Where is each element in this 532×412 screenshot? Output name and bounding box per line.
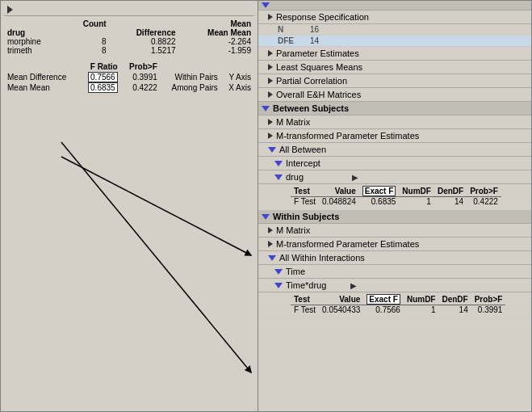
all-between-header[interactable]: All Between <box>258 143 531 157</box>
m-matrix-w-header[interactable]: M Matrix <box>258 224 531 238</box>
manova-expand-icon <box>262 2 270 8</box>
ws-expand-icon <box>262 214 270 220</box>
td-exactf: 0.7566 <box>363 305 404 315</box>
overall-eh-header[interactable]: Overall E&H Matrices <box>258 88 531 102</box>
mmb-expand-icon <box>268 119 273 125</box>
param-estimates-header[interactable]: Parameter Estimates <box>258 47 531 61</box>
col-mean: Mean <box>110 19 254 28</box>
within-cell: Among Pairs <box>161 82 221 93</box>
drug-value: 0.048824 <box>319 197 359 207</box>
across-groups-title-bar <box>4 4 254 16</box>
dt-col-dendf: DenDF <box>434 186 467 197</box>
response-spec-header[interactable]: Response Specification <box>258 11 531 24</box>
collapse-icon[interactable] <box>7 6 13 14</box>
dfe-label: DFE <box>278 36 310 45</box>
tdt-col-value: Value <box>319 294 363 305</box>
test-col-within <box>161 61 221 72</box>
td-arrow-label: ▶ <box>350 281 357 290</box>
within-cell: Within Pairs <box>161 72 221 82</box>
bs-label: Between Subjects <box>273 103 349 113</box>
partial-corr-header[interactable]: Partial Correlation <box>258 74 531 88</box>
prob-cell: 0.3991 <box>121 72 161 82</box>
m-matrix-b-header[interactable]: M Matrix <box>258 116 531 129</box>
dt-col-value: Value <box>319 186 359 197</box>
td-numdf: 1 <box>404 305 439 315</box>
within-subjects-header[interactable]: Within Subjects <box>258 210 531 224</box>
all-within-header[interactable]: All Within Interactions <box>258 251 531 265</box>
time-header[interactable]: Time <box>258 265 531 279</box>
fratio-cell: 0.6835 <box>79 82 120 93</box>
drug-expand-icon <box>274 174 283 180</box>
test-table: F Ratio Prob>F Mean Difference 0.7566 0.… <box>4 61 254 93</box>
tdt-col-exactf: Exact F <box>363 294 404 305</box>
aw-expand-icon <box>268 255 276 261</box>
pc-expand-icon <box>268 78 273 84</box>
col-drug2: drug <box>4 28 65 37</box>
axis-cell: X Axis <box>221 82 254 93</box>
test-row: Mean Mean 0.6835 0.4222 Among Pairs X Ax… <box>4 82 254 93</box>
tdt-col-test: Test <box>291 294 319 305</box>
svg-line-0 <box>61 142 251 372</box>
intercept-header[interactable]: Intercept <box>258 157 531 170</box>
drug-numdf: 1 <box>399 197 434 207</box>
col-count: Count <box>65 19 110 28</box>
ls-expand-icon <box>268 64 273 70</box>
dfe-value: 14 <box>310 36 319 45</box>
mtb-label: M-transformed Parameter Estimates <box>276 131 419 141</box>
test-label: Mean Mean <box>4 82 79 93</box>
intercept-expand-icon <box>274 161 283 166</box>
right-panel: Response Specification N 16 DFE 14 Param… <box>258 0 532 412</box>
time-drug-data-table: Test Value Exact F NumDF DenDF Prob>F F … <box>291 294 505 314</box>
m-trans-b-header[interactable]: M-transformed Parameter Estimates <box>258 129 531 143</box>
fratio-cell: 0.7566 <box>79 72 120 82</box>
mtb-expand-icon <box>268 132 273 139</box>
drug-data-table: Test Value Exact F NumDF DenDF Prob>F F … <box>291 186 501 206</box>
td-expand-icon <box>274 283 283 288</box>
drug-test: F Test <box>291 197 319 207</box>
mean-cell: -1.959 <box>179 46 254 55</box>
test-label: Mean Difference <box>4 72 79 82</box>
time-drug-table-container: Test Value Exact F NumDF DenDF Prob>F F … <box>258 292 531 318</box>
col-diff: Difference <box>110 28 179 37</box>
col-count2 <box>65 28 110 37</box>
dt-col-probf: Prob>F <box>467 186 501 197</box>
diff-cell: 0.8822 <box>110 37 179 46</box>
td-label: Time*drug <box>286 280 326 290</box>
col-drug <box>4 19 65 28</box>
least-squares-header[interactable]: Least Squares Means <box>258 61 531 74</box>
mmb-label: M Matrix <box>276 117 310 127</box>
mean-cell: -2.264 <box>179 37 254 46</box>
drug-arrow-label: ▶ <box>352 173 358 182</box>
td-test: F Test <box>291 305 319 315</box>
dt-col-test: Test <box>291 186 319 197</box>
td-dendf: 14 <box>438 305 471 315</box>
ab-expand-icon <box>268 147 276 153</box>
intercept-label: Intercept <box>286 158 320 168</box>
td-value: 0.0540433 <box>319 305 363 315</box>
exactf-header-drug: Exact F <box>362 186 396 196</box>
drug-header[interactable]: drug ▶ <box>258 170 531 184</box>
axis-cell: Y Axis <box>221 72 254 82</box>
fratio-highlight: 0.6835 <box>88 82 118 93</box>
ws-label: Within Subjects <box>273 212 339 221</box>
time-label: Time <box>286 267 305 276</box>
dfe-row: DFE 14 <box>258 36 531 47</box>
test-col-prob: Prob>F <box>121 61 161 72</box>
drug-cell: trimeth <box>4 46 65 55</box>
test-col-axis <box>221 61 254 72</box>
mmw-label: M Matrix <box>276 225 310 235</box>
drug-exactf: 0.6835 <box>359 197 400 207</box>
exactf-header-timedrug: Exact F <box>367 294 400 305</box>
diff-cell: 1.5217 <box>110 46 179 55</box>
fratio-highlight: 0.7566 <box>88 72 118 82</box>
m-trans-w-header[interactable]: M-transformed Parameter Estimates <box>258 238 531 251</box>
manova-fit-header[interactable] <box>258 1 531 11</box>
time-drug-header[interactable]: Time*drug ▶ <box>258 279 531 292</box>
drug-data-row: F Test 0.048824 0.6835 1 14 0.4222 <box>291 197 501 207</box>
mmw-expand-icon <box>268 227 273 233</box>
between-subjects-header[interactable]: Between Subjects <box>258 102 531 116</box>
eh-label: Overall E&H Matrices <box>276 90 361 99</box>
aw-label: All Within Interactions <box>279 253 365 263</box>
mtw-expand-icon <box>268 241 273 247</box>
test-col-label <box>4 61 79 72</box>
